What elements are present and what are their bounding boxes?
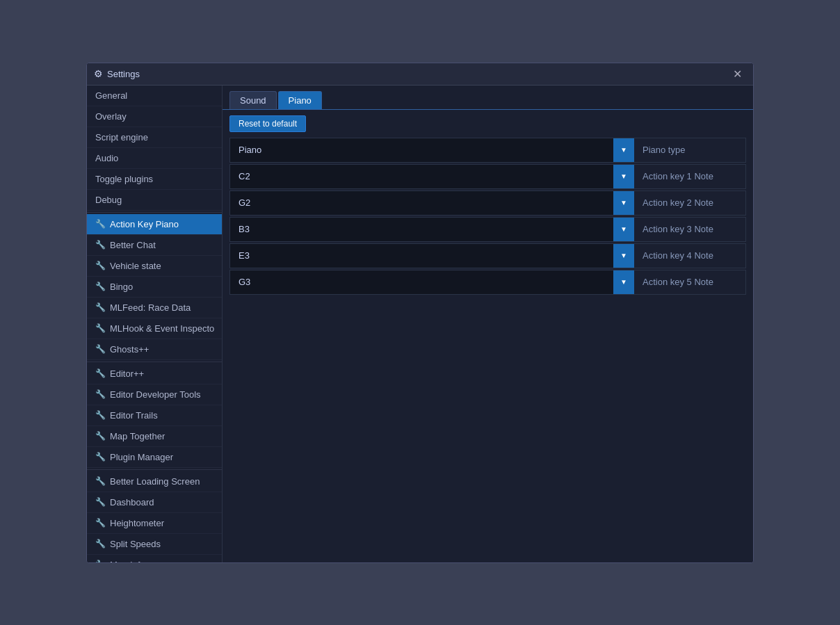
setting-label-action-key-5-note: Action key 5 Note: [634, 270, 745, 294]
setting-value-action-key-5-note: G3: [230, 270, 613, 294]
sidebar-item-map-together[interactable]: 🔧Map Together: [87, 426, 222, 447]
setting-label-action-key-1-note: Action key 1 Note: [634, 165, 745, 188]
sidebar-item-label: Dashboard: [110, 497, 154, 508]
sidebar-item-label: Editor Developer Tools: [110, 389, 201, 400]
setting-row-action-key-4-note: E3▼Action key 4 Note: [229, 243, 746, 268]
sidebar-item-plugin-manager[interactable]: 🔧Plugin Manager: [87, 447, 222, 468]
sidebar-item-label: General: [95, 90, 127, 101]
sidebar-item-label: Ghosts++: [110, 344, 149, 355]
setting-value-action-key-2-note: G2: [230, 191, 613, 215]
sidebar-item-label: Editor Trails: [110, 410, 158, 421]
wrench-icon: 🔧: [95, 219, 106, 229]
setting-value-action-key-1-note: C2: [230, 165, 613, 188]
sidebar-item-label: Audio: [95, 153, 118, 163]
setting-row-action-key-2-note: G2▼Action key 2 Note: [229, 190, 746, 216]
sidebar-item-mlhook-event-inspector[interactable]: 🔧MLHook & Event Inspecto: [87, 318, 222, 339]
wrench-icon: 🔧: [95, 410, 106, 420]
sidebar-item-editor-trails[interactable]: 🔧Editor Trails: [87, 405, 222, 426]
settings-icon: ⚙: [94, 68, 103, 79]
sidebar-item-better-loading-screen[interactable]: 🔧Better Loading Screen: [87, 471, 222, 492]
setting-value-piano-type: Piano: [230, 138, 613, 162]
setting-row-action-key-5-note: G3▼Action key 5 Note: [229, 270, 746, 295]
close-button[interactable]: ✕: [729, 66, 746, 82]
sidebar-divider: [87, 362, 222, 362]
wrench-icon: 🔧: [95, 282, 106, 291]
setting-label-piano-type: Piano type: [634, 138, 745, 162]
tab-sound[interactable]: Sound: [229, 91, 277, 109]
sidebar-item-label: Editor++: [110, 368, 144, 379]
setting-dropdown-action-key-3-note[interactable]: ▼: [613, 218, 634, 241]
sidebar-item-label: Better Loading Screen: [110, 476, 200, 487]
setting-dropdown-action-key-1-note[interactable]: ▼: [613, 165, 634, 188]
wrench-icon: 🔧: [95, 344, 106, 354]
sidebar-item-bingo[interactable]: 🔧Bingo: [87, 277, 222, 298]
sidebar-divider: [87, 212, 222, 213]
sidebar-item-label: MLFeed: Race Data: [110, 302, 191, 313]
sidebar-item-vehicle-state[interactable]: 🔧Vehicle state: [87, 256, 222, 277]
sidebar-item-action-key-piano[interactable]: 🔧Action Key Piano: [87, 214, 222, 235]
sidebar-item-label: Toggle plugins: [95, 174, 153, 184]
sidebar-item-overlay[interactable]: Overlay: [87, 106, 222, 127]
setting-dropdown-action-key-5-note[interactable]: ▼: [613, 270, 634, 294]
sidebar: GeneralOverlayScript engineAudioToggle p…: [87, 86, 223, 562]
sidebar-item-toggle-plugins[interactable]: Toggle plugins: [87, 169, 222, 190]
tab-piano[interactable]: Piano: [278, 91, 322, 109]
wrench-icon: 🔧: [95, 539, 106, 549]
sidebar-item-ghosts-plus[interactable]: 🔧Ghosts++: [87, 339, 222, 360]
wrench-icon: 🔧: [95, 560, 106, 562]
settings-window: ⚙ Settings ✕ GeneralOverlayScript engine…: [86, 63, 754, 563]
sidebar-item-heightometer[interactable]: 🔧Heightometer: [87, 513, 222, 534]
setting-label-action-key-3-note: Action key 3 Note: [634, 218, 745, 241]
wrench-icon: 🔧: [95, 476, 106, 486]
setting-value-action-key-3-note: B3: [230, 218, 613, 241]
sidebar-item-label: Bingo: [110, 282, 133, 292]
sidebar-item-debug[interactable]: Debug: [87, 190, 222, 211]
sidebar-item-label: Heightometer: [110, 518, 164, 528]
sidebar-item-better-chat[interactable]: 🔧Better Chat: [87, 235, 222, 256]
setting-dropdown-action-key-4-note[interactable]: ▼: [613, 244, 634, 268]
sidebar-item-editor-plus[interactable]: 🔧Editor++: [87, 364, 222, 384]
toolbar: Reset to default: [223, 110, 753, 138]
sidebar-item-dashboard[interactable]: 🔧Dashboard: [87, 492, 222, 513]
wrench-icon: 🔧: [95, 261, 106, 270]
sidebar-item-mlfeed-race-data[interactable]: 🔧MLFeed: Race Data: [87, 298, 222, 318]
wrench-icon: 🔧: [95, 452, 106, 462]
tabs-bar: SoundPiano: [223, 86, 753, 110]
sidebar-item-label: Map Info: [110, 560, 145, 562]
setting-row-action-key-3-note: B3▼Action key 3 Note: [229, 217, 746, 242]
sidebar-item-label: Script engine: [95, 132, 148, 143]
setting-value-action-key-4-note: E3: [230, 244, 613, 268]
reset-to-default-button[interactable]: Reset to default: [229, 115, 306, 132]
main-panel: SoundPiano Reset to default Piano▼Piano …: [223, 86, 753, 562]
wrench-icon: 🔧: [95, 389, 106, 399]
sidebar-item-map-info[interactable]: 🔧Map Info: [87, 555, 222, 562]
settings-table: Piano▼Piano typeC2▼Action key 1 NoteG2▼A…: [223, 138, 753, 562]
sidebar-item-label: Overlay: [95, 111, 127, 122]
wrench-icon: 🔧: [95, 497, 106, 507]
sidebar-divider: [87, 469, 222, 470]
wrench-icon: 🔧: [95, 323, 106, 333]
sidebar-item-label: Split Speeds: [110, 539, 161, 549]
sidebar-item-editor-developer-tools[interactable]: 🔧Editor Developer Tools: [87, 384, 222, 405]
sidebar-item-label: Plugin Manager: [110, 452, 173, 462]
window-title: Settings: [107, 69, 729, 79]
wrench-icon: 🔧: [95, 302, 106, 312]
sidebar-item-label: Vehicle state: [110, 261, 161, 271]
sidebar-item-label: Better Chat: [110, 240, 156, 250]
wrench-icon: 🔧: [95, 368, 106, 378]
setting-label-action-key-2-note: Action key 2 Note: [634, 191, 745, 215]
sidebar-item-label: Action Key Piano: [110, 219, 179, 229]
setting-label-action-key-4-note: Action key 4 Note: [634, 244, 745, 268]
sidebar-item-audio[interactable]: Audio: [87, 148, 222, 169]
sidebar-item-label: Debug: [95, 195, 122, 205]
content-area: GeneralOverlayScript engineAudioToggle p…: [87, 86, 753, 562]
sidebar-item-split-speeds[interactable]: 🔧Split Speeds: [87, 534, 222, 555]
setting-row-action-key-1-note: C2▼Action key 1 Note: [229, 164, 746, 189]
setting-dropdown-action-key-2-note[interactable]: ▼: [613, 191, 634, 215]
setting-dropdown-piano-type[interactable]: ▼: [613, 138, 634, 162]
sidebar-item-general[interactable]: General: [87, 86, 222, 106]
sidebar-item-label: Map Together: [110, 431, 165, 441]
setting-row-piano-type: Piano▼Piano type: [229, 138, 746, 163]
titlebar: ⚙ Settings ✕: [87, 63, 753, 86]
sidebar-item-script-engine[interactable]: Script engine: [87, 127, 222, 148]
